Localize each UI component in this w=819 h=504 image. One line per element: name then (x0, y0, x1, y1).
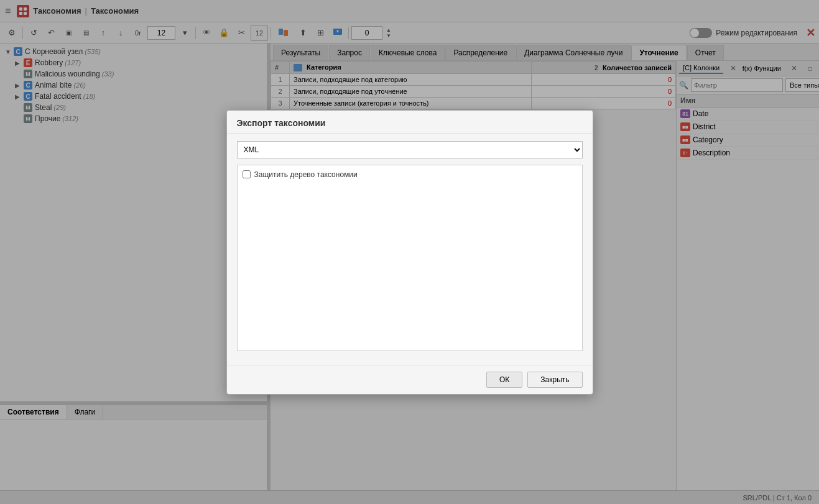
protect-label: Защитить дерево таксономии (254, 170, 358, 179)
checkbox-row: Защитить дерево таксономии (243, 170, 577, 179)
protect-checkbox[interactable] (243, 170, 251, 178)
ok-button[interactable]: ОК (486, 372, 522, 388)
dialog-title: Экспорт таксономии (227, 111, 593, 134)
dialog-overlay: Экспорт таксономии XML CSV JSON Защитить… (0, 0, 819, 504)
export-dialog: Экспорт таксономии XML CSV JSON Защитить… (226, 110, 593, 395)
dialog-footer: ОК Закрыть (227, 365, 593, 394)
dialog-body: XML CSV JSON Защитить дерево таксономии (227, 134, 593, 365)
close-button[interactable]: Закрыть (527, 372, 582, 388)
format-select[interactable]: XML CSV JSON (237, 141, 583, 158)
dialog-content-area: Защитить дерево таксономии (237, 165, 583, 351)
